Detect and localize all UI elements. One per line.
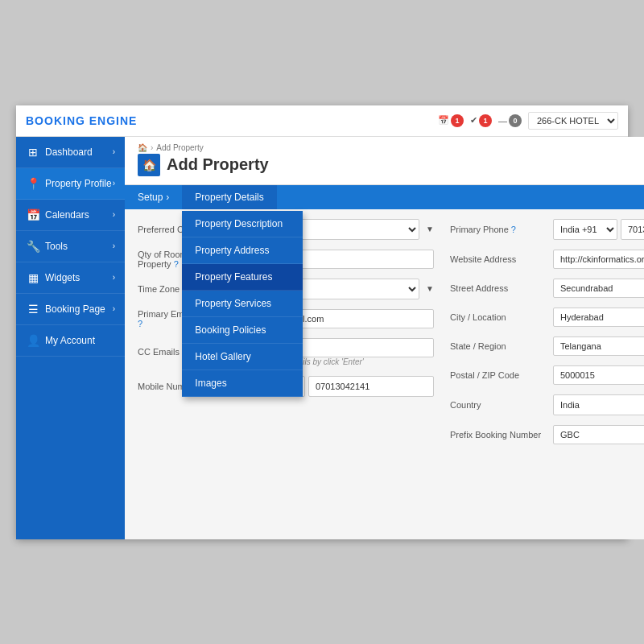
subnav-property-details[interactable]: Property Details Property Description Pr…	[182, 185, 276, 209]
prefix-label: Prefix Booking Number	[450, 430, 547, 440]
breadcrumb-current: Add Property	[156, 143, 203, 152]
country-select[interactable]: India	[553, 394, 644, 415]
state-label: State / Region	[450, 341, 547, 351]
primary-phone-group: Primary Phone ? India +91	[450, 219, 644, 240]
right-form-column: Primary Phone ? India +91 Website Addres…	[450, 219, 644, 454]
save-btn-area: Save	[125, 454, 644, 496]
mobile-number-input[interactable]	[308, 376, 434, 397]
sidebar-item-label: Property Profile	[45, 178, 112, 189]
sidebar-item-label: Booking Page	[45, 303, 105, 315]
page-title: 🏠 Add Property	[138, 154, 644, 176]
chevron-icon: ›	[113, 242, 115, 250]
sidebar: ⊞ Dashboard › 📍 Property Profile › 📅 Cal…	[16, 137, 125, 539]
check-icon: ✔	[470, 115, 477, 126]
calendar-count: 1	[451, 114, 464, 127]
home-icon: 🏠	[138, 143, 147, 152]
hotel-selector[interactable]: 266-CK HOTEL	[528, 112, 618, 130]
content-area: 🏠 › Add Property 🏠 Add Property Setup › …	[125, 137, 644, 539]
prefix-input[interactable]	[553, 425, 644, 444]
chevron-icon: ›	[113, 273, 115, 282]
city-input[interactable]	[553, 308, 644, 327]
sidebar-item-tools[interactable]: 🔧 Tools ›	[16, 231, 125, 262]
sidebar-item-label: Widgets	[45, 272, 80, 283]
city-group: City / Location	[450, 308, 644, 327]
check-badge[interactable]: ✔ 1	[470, 114, 492, 127]
check-count: 1	[479, 114, 492, 127]
city-label: City / Location	[450, 312, 547, 322]
top-bar: BOOKING ENGINE 📅 1 ✔ 1 — 0 266-CK HOTEL	[16, 105, 628, 137]
app-logo: BOOKING ENGINE	[26, 114, 137, 127]
primary-email-help-icon[interactable]: ?	[138, 319, 142, 328]
calendars-icon: 📅	[26, 208, 40, 222]
postal-group: Postal / ZIP Code	[450, 365, 644, 385]
tools-icon: 🔧	[26, 239, 40, 254]
dash-count: 0	[509, 114, 522, 127]
primary-phone-label: Primary Phone ?	[450, 225, 547, 234]
calendar-badge[interactable]: 📅 1	[438, 114, 464, 127]
page-title-text: Add Property	[167, 155, 269, 174]
street-input[interactable]	[553, 279, 644, 298]
widgets-icon: ▦	[26, 270, 40, 285]
dash-badge[interactable]: — 0	[498, 114, 522, 127]
dropdown-property-description[interactable]: Property Description	[182, 211, 303, 237]
calendar-icon: 📅	[438, 115, 449, 126]
sidebar-item-widgets[interactable]: ▦ Widgets ›	[16, 262, 125, 294]
website-input[interactable]	[553, 250, 644, 269]
dashboard-icon: ⊞	[26, 145, 40, 159]
breadcrumb-separator: ›	[151, 143, 153, 152]
property-icon: 📍	[26, 176, 40, 191]
street-label: Street Address	[450, 283, 547, 293]
sidebar-item-label: Dashboard	[45, 147, 93, 158]
browser-window: BOOKING ENGINE 📅 1 ✔ 1 — 0 266-CK HOTEL	[16, 105, 628, 539]
breadcrumb: 🏠 › Add Property	[138, 143, 644, 152]
postal-input[interactable]	[553, 365, 644, 385]
chevron-icon: ›	[113, 210, 115, 219]
country-label: Country	[450, 400, 547, 410]
state-input[interactable]	[553, 336, 644, 356]
dropdown-images[interactable]: Images	[182, 370, 303, 397]
dropdown-property-services[interactable]: Property Services	[182, 291, 303, 317]
subnav-setup[interactable]: Setup ›	[125, 185, 182, 209]
dropdown-property-address[interactable]: Property Address	[182, 237, 303, 264]
account-icon: 👤	[26, 333, 40, 348]
primary-phone-input[interactable]	[621, 219, 644, 240]
chevron-icon: ›	[113, 304, 115, 313]
page-title-icon: 🏠	[138, 154, 160, 176]
primary-phone-group-inputs: India +91	[553, 219, 644, 240]
property-details-dropdown: Property Description Property Address Pr…	[182, 211, 303, 397]
sidebar-item-label: Calendars	[45, 209, 89, 221]
chevron-icon: ›	[113, 179, 115, 188]
sidebar-item-dashboard[interactable]: ⊞ Dashboard ›	[16, 137, 125, 168]
website-group: Website Address	[450, 250, 644, 269]
dropdown-property-features[interactable]: Property Features	[182, 264, 303, 291]
page-header: 🏠 › Add Property 🏠 Add Property	[125, 137, 644, 185]
subnav-property-details-label: Property Details	[195, 192, 263, 203]
booking-page-icon: ☰	[26, 302, 40, 316]
sub-nav: Setup › Property Details Property Descri…	[125, 185, 644, 209]
logo-engine: ENGINE	[85, 114, 138, 127]
sidebar-item-property-profile[interactable]: 📍 Property Profile ›	[16, 168, 125, 200]
primary-phone-help-icon[interactable]: ?	[511, 225, 516, 234]
sidebar-item-label: My Account	[45, 335, 95, 346]
sidebar-item-my-account[interactable]: 👤 My Account	[16, 325, 125, 357]
top-right: 📅 1 ✔ 1 — 0 266-CK HOTEL	[438, 112, 618, 130]
primary-phone-country-select[interactable]: India +91	[553, 219, 617, 240]
logo-booking: BOOKING	[26, 114, 85, 127]
prefix-group: Prefix Booking Number	[450, 425, 644, 444]
postal-label: Postal / ZIP Code	[450, 370, 547, 380]
main-layout: ⊞ Dashboard › 📍 Property Profile › 📅 Cal…	[16, 137, 628, 539]
subnav-setup-label: Setup	[138, 192, 163, 203]
chevron-icon: ›	[113, 147, 115, 156]
dropdown-booking-policies[interactable]: Booking Policies	[182, 317, 303, 344]
dropdown-hotel-gallery[interactable]: Hotel Gallery	[182, 344, 303, 370]
sidebar-item-label: Tools	[45, 241, 68, 252]
qty-rooms-help-icon[interactable]: ?	[174, 259, 179, 269]
sidebar-item-calendars[interactable]: 📅 Calendars ›	[16, 200, 125, 231]
street-group: Street Address	[450, 279, 644, 298]
tz-dropdown-arrow: ▼	[426, 284, 434, 293]
state-group: State / Region	[450, 336, 644, 356]
currency-dropdown-arrow: ▼	[426, 225, 434, 233]
dash-icon: —	[498, 116, 507, 126]
subnav-arrow: ›	[166, 192, 169, 203]
sidebar-item-booking-page[interactable]: ☰ Booking Page ›	[16, 294, 125, 325]
